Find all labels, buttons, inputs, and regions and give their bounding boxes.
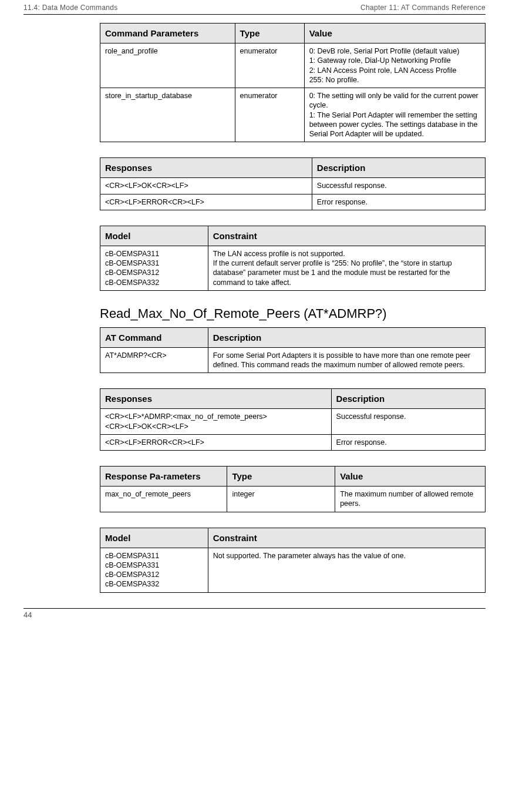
col-header: Value bbox=[304, 24, 485, 43]
cell: For some Serial Port Adapters it is poss… bbox=[208, 347, 485, 373]
table-row: cB-OEMSPA311 cB-OEMSPA331 cB-OEMSPA312 c… bbox=[100, 548, 486, 592]
cell: AT*ADMRP?<CR> bbox=[100, 347, 208, 373]
cell: Not supported. The parameter always has … bbox=[208, 548, 485, 592]
table-row: cB-OEMSPA311 cB-OEMSPA331 cB-OEMSPA312 c… bbox=[100, 246, 486, 290]
col-header: Responses bbox=[100, 389, 332, 409]
col-header: Model bbox=[100, 528, 208, 548]
cell: <CR><LF>ERROR<CR><LF> bbox=[100, 194, 312, 210]
col-header: Response Pa-rameters bbox=[100, 467, 227, 486]
col-header: Constraint bbox=[208, 226, 485, 246]
page-number: 44 bbox=[23, 610, 32, 619]
command-parameters-table: Command Parameters Type Value role_and_p… bbox=[100, 23, 486, 142]
table-row: max_no_of_remote_peers integer The maxim… bbox=[100, 486, 486, 512]
table-header-row: Response Pa-rameters Type Value bbox=[100, 467, 486, 486]
header-right: Chapter 11: AT Commands Reference bbox=[360, 4, 486, 12]
cell: cB-OEMSPA311 cB-OEMSPA331 cB-OEMSPA312 c… bbox=[100, 246, 208, 290]
table-header-row: Responses Description bbox=[100, 389, 486, 409]
col-header: Description bbox=[312, 158, 485, 178]
col-header: Type bbox=[227, 467, 335, 486]
cell: integer bbox=[227, 486, 335, 512]
table-row: role_and_profile enumerator 0: DevB role… bbox=[100, 43, 486, 88]
response-parameters-table: Response Pa-rameters Type Value max_no_o… bbox=[100, 466, 486, 512]
at-command-table: AT Command Description AT*ADMRP?<CR> For… bbox=[100, 327, 486, 374]
cell: max_no_of_remote_peers bbox=[100, 486, 227, 512]
table-row: AT*ADMRP?<CR> For some Serial Port Adapt… bbox=[100, 347, 486, 373]
table-row: <CR><LF>*ADMRP:<max_no_of_remote_peers> … bbox=[100, 409, 486, 435]
model-constraint-table-2: Model Constraint cB-OEMSPA311 cB-OEMSPA3… bbox=[100, 528, 486, 593]
content-area: Command Parameters Type Value role_and_p… bbox=[100, 23, 486, 593]
section-heading: Read_Max_No_Of_Remote_Peers (AT*ADMRP?) bbox=[100, 306, 486, 321]
cell: <CR><LF>*ADMRP:<max_no_of_remote_peers> … bbox=[100, 409, 332, 435]
cell: The LAN access profile is not supported.… bbox=[208, 246, 485, 290]
table-header-row: Responses Description bbox=[100, 158, 486, 178]
table-header-row: AT Command Description bbox=[100, 327, 486, 347]
table-row: <CR><LF>OK<CR><LF> Successful response. bbox=[100, 178, 486, 194]
responses-table-2: Responses Description <CR><LF>*ADMRP:<ma… bbox=[100, 388, 486, 451]
col-header: Type bbox=[235, 24, 304, 43]
cell: enumerator bbox=[235, 43, 304, 88]
col-header: Responses bbox=[100, 158, 312, 178]
cell: <CR><LF>OK<CR><LF> bbox=[100, 178, 312, 194]
col-header: Model bbox=[100, 226, 208, 246]
table-row: <CR><LF>ERROR<CR><LF> Error response. bbox=[100, 194, 486, 210]
table-header-row: Model Constraint bbox=[100, 528, 486, 548]
cell: 0: DevB role, Serial Port Profile (defau… bbox=[304, 43, 485, 88]
col-header: Command Parameters bbox=[100, 24, 235, 43]
responses-table: Responses Description <CR><LF>OK<CR><LF>… bbox=[100, 157, 486, 210]
model-constraint-table: Model Constraint cB-OEMSPA311 cB-OEMSPA3… bbox=[100, 226, 486, 291]
header-left: 11.4: Data Mode Commands bbox=[23, 4, 118, 12]
page-header: 11.4: Data Mode Commands Chapter 11: AT … bbox=[23, 0, 486, 15]
col-header: Description bbox=[331, 389, 485, 409]
col-header: Description bbox=[208, 327, 485, 347]
cell: Successful response. bbox=[312, 178, 485, 194]
cell: Error response. bbox=[312, 194, 485, 210]
table-row: <CR><LF>ERROR<CR><LF> Error response. bbox=[100, 434, 486, 450]
table-header-row: Command Parameters Type Value bbox=[100, 24, 486, 43]
col-header: AT Command bbox=[100, 327, 208, 347]
cell: cB-OEMSPA311 cB-OEMSPA331 cB-OEMSPA312 c… bbox=[100, 548, 208, 592]
cell: store_in_startup_database bbox=[100, 88, 235, 142]
cell: role_and_profile bbox=[100, 43, 235, 88]
col-header: Value bbox=[335, 467, 486, 486]
table-header-row: Model Constraint bbox=[100, 226, 486, 246]
cell: <CR><LF>ERROR<CR><LF> bbox=[100, 434, 332, 450]
cell: Successful response. bbox=[331, 409, 485, 435]
page-footer: 44 bbox=[23, 608, 486, 619]
cell: Error response. bbox=[331, 434, 485, 450]
cell: The maximum number of allowed remote pee… bbox=[335, 486, 486, 512]
table-row: store_in_startup_database enumerator 0: … bbox=[100, 88, 486, 142]
cell: 0: The setting will only be valid for th… bbox=[304, 88, 485, 142]
col-header: Constraint bbox=[208, 528, 485, 548]
cell: enumerator bbox=[235, 88, 304, 142]
